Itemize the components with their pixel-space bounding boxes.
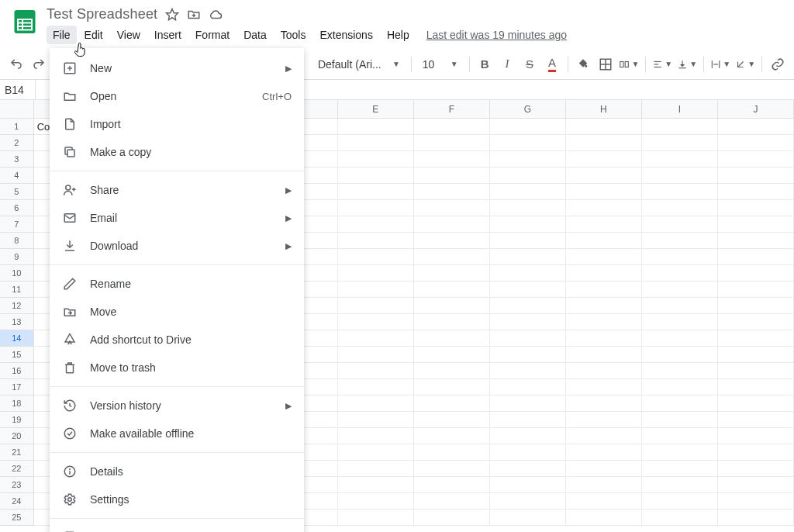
cell[interactable] (490, 363, 566, 379)
cell[interactable] (642, 396, 718, 412)
cell[interactable] (642, 184, 718, 200)
cell[interactable] (566, 151, 642, 168)
cell[interactable] (642, 347, 718, 363)
menu-file[interactable]: File (47, 26, 77, 44)
document-title[interactable]: Test Spreadsheet (47, 6, 157, 22)
cell[interactable] (414, 461, 490, 477)
cell[interactable] (642, 330, 718, 347)
h-align-button[interactable]: ▼ (652, 54, 672, 74)
cell[interactable] (718, 135, 794, 151)
cloud-status-icon[interactable] (209, 8, 223, 22)
cell[interactable] (566, 119, 642, 135)
undo-button[interactable] (8, 54, 26, 74)
row-header[interactable]: 11 (0, 282, 34, 298)
cell[interactable] (490, 233, 566, 249)
cell[interactable] (566, 184, 642, 200)
cell[interactable] (642, 363, 718, 379)
row-header[interactable]: 20 (0, 428, 34, 444)
cell[interactable] (490, 135, 566, 151)
cell[interactable] (718, 249, 794, 265)
cell[interactable] (414, 265, 490, 282)
cell[interactable] (338, 249, 414, 265)
cell[interactable] (490, 396, 566, 412)
cell[interactable] (642, 477, 718, 493)
cell[interactable] (718, 216, 794, 233)
cell[interactable] (490, 477, 566, 493)
fontsize-select[interactable]: 10▼ (418, 58, 463, 71)
cell[interactable] (642, 216, 718, 233)
cell[interactable] (566, 282, 642, 298)
cell[interactable] (642, 412, 718, 428)
menu-tools[interactable]: Tools (274, 26, 312, 44)
file-menu-version-history[interactable]: Version history▶ (50, 392, 304, 420)
cell[interactable] (642, 493, 718, 510)
cell[interactable] (490, 347, 566, 363)
row-header[interactable]: 13 (0, 314, 34, 330)
cell[interactable] (414, 396, 490, 412)
cell[interactable] (490, 444, 566, 461)
menu-data[interactable]: Data (237, 26, 273, 44)
cell[interactable] (718, 477, 794, 493)
redo-button[interactable] (30, 54, 48, 74)
row-header[interactable]: 1 (0, 119, 34, 135)
cell[interactable] (414, 347, 490, 363)
cell[interactable] (490, 314, 566, 330)
cell[interactable] (338, 477, 414, 493)
cell[interactable] (566, 265, 642, 282)
cell[interactable] (718, 265, 794, 282)
cell[interactable] (642, 168, 718, 184)
file-menu-move-to-trash[interactable]: Move to trash (50, 354, 304, 382)
menu-help[interactable]: Help (381, 26, 416, 44)
cell[interactable] (490, 282, 566, 298)
cell[interactable] (566, 363, 642, 379)
cell[interactable] (718, 151, 794, 168)
cell[interactable] (414, 249, 490, 265)
cell[interactable] (718, 233, 794, 249)
cell[interactable] (490, 119, 566, 135)
cell[interactable] (718, 379, 794, 396)
cell[interactable] (566, 510, 642, 526)
row-header[interactable]: 21 (0, 444, 34, 461)
col-header-I[interactable]: I (642, 100, 718, 119)
file-menu-move[interactable]: Move (50, 298, 304, 326)
cell[interactable] (338, 444, 414, 461)
cell[interactable] (338, 216, 414, 233)
cell[interactable] (642, 249, 718, 265)
cell[interactable] (490, 249, 566, 265)
cell[interactable] (338, 314, 414, 330)
text-rotation-button[interactable]: ▼ (735, 54, 755, 74)
cell[interactable] (718, 314, 794, 330)
row-header[interactable]: 15 (0, 347, 34, 363)
row-header[interactable]: 14 (0, 330, 34, 347)
cell[interactable] (718, 493, 794, 510)
cell[interactable] (718, 347, 794, 363)
cell[interactable] (642, 265, 718, 282)
italic-button[interactable]: I (499, 54, 516, 74)
cell[interactable] (338, 510, 414, 526)
merge-cells-button[interactable]: ▼ (619, 54, 639, 74)
cell[interactable] (566, 493, 642, 510)
col-header-G[interactable]: G (490, 100, 566, 119)
cell[interactable] (414, 428, 490, 444)
cell[interactable] (338, 200, 414, 216)
row-header[interactable]: 5 (0, 184, 34, 200)
cell[interactable] (490, 412, 566, 428)
cell[interactable] (414, 233, 490, 249)
cell[interactable] (490, 379, 566, 396)
file-menu-open[interactable]: OpenCtrl+O (50, 82, 304, 110)
sheets-logo[interactable] (9, 6, 40, 37)
row-header[interactable]: 17 (0, 379, 34, 396)
cell[interactable] (490, 151, 566, 168)
move-folder-icon[interactable] (187, 8, 201, 22)
cell[interactable] (642, 428, 718, 444)
file-menu-email[interactable]: Email▶ (50, 204, 304, 232)
file-menu-import[interactable]: Import (50, 110, 304, 138)
cell[interactable] (414, 298, 490, 314)
cell[interactable] (718, 510, 794, 526)
cell[interactable] (414, 314, 490, 330)
cell[interactable] (718, 298, 794, 314)
cell[interactable] (566, 314, 642, 330)
cell[interactable] (338, 282, 414, 298)
cell[interactable] (566, 249, 642, 265)
cell[interactable] (414, 135, 490, 151)
